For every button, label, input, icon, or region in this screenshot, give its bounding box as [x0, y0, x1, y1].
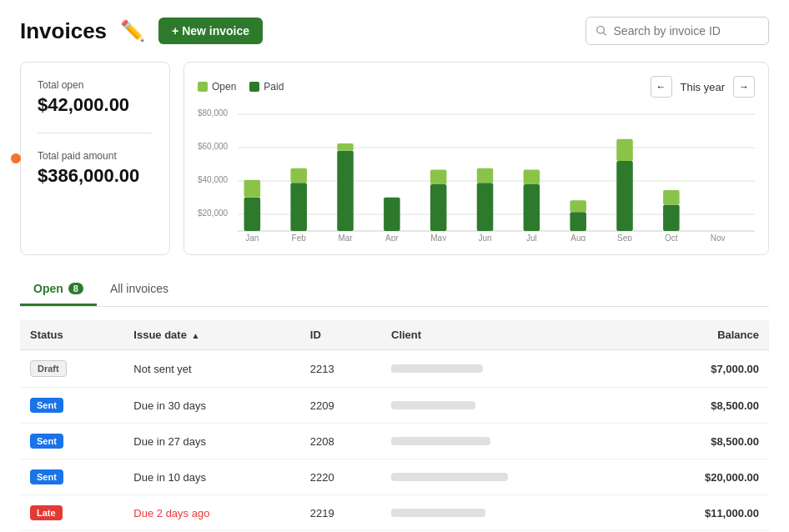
- svg-text:Jun: Jun: [478, 233, 491, 241]
- svg-text:May: May: [430, 233, 446, 241]
- cell-client: [381, 388, 632, 424]
- svg-rect-18: [337, 143, 354, 151]
- chart-year-label: This year: [676, 81, 730, 93]
- cell-balance: $7,000.00: [632, 350, 769, 388]
- svg-rect-14: [290, 183, 307, 231]
- issue-note: Due in 27 days: [133, 435, 206, 448]
- invoices-page: Invoices ✏️ + New invoice Total open $42…: [0, 0, 789, 532]
- search-icon: [596, 25, 607, 37]
- col-client: Client: [381, 320, 632, 350]
- chart-area: $80,000 $60,000 $40,000 $20,000 JanFebMa…: [198, 108, 755, 241]
- table-row[interactable]: Sent Due in 30 days 2209 $8,500.00: [20, 388, 769, 424]
- cell-issue-date: Due in 30 days: [123, 388, 299, 424]
- svg-line-1: [603, 33, 606, 35]
- svg-rect-17: [337, 151, 354, 231]
- legend-open-dot: [198, 82, 208, 92]
- svg-rect-31: [570, 212, 586, 231]
- new-invoice-button[interactable]: + New invoice: [158, 18, 263, 44]
- cell-status: Late: [20, 495, 123, 531]
- legend-paid-label: Paid: [264, 81, 284, 93]
- invoices-table: Status Issue date ▲ ID Client Balance Dr…: [20, 320, 769, 531]
- cell-issue-date: Not sent yet: [123, 350, 299, 388]
- total-open-label: Total open: [38, 79, 153, 91]
- svg-text:$40,000: $40,000: [198, 175, 229, 184]
- tab-all-invoices-label: All invoices: [110, 282, 168, 295]
- svg-rect-23: [430, 170, 447, 185]
- cell-id: 2220: [300, 459, 381, 495]
- svg-rect-20: [384, 198, 400, 231]
- page-title: Invoices: [20, 18, 107, 44]
- legend-open-label: Open: [212, 81, 236, 93]
- total-paid-value: $386,000.00: [38, 165, 153, 187]
- cell-id: 2219: [300, 495, 381, 531]
- svg-text:Aug: Aug: [570, 233, 585, 241]
- legend-open: Open: [198, 81, 236, 93]
- issue-note: Due 2 days ago: [133, 507, 209, 519]
- table-row[interactable]: Late Due 2 days ago 2219 $11,000.00: [20, 495, 769, 531]
- chart-prev-button[interactable]: ←: [651, 76, 672, 98]
- issue-note: Due in 10 days: [133, 471, 206, 484]
- cell-id: 2209: [300, 388, 381, 424]
- tab-open[interactable]: Open 8: [20, 275, 97, 306]
- svg-rect-25: [477, 183, 494, 231]
- total-open-value: $42,000.00: [38, 94, 153, 116]
- svg-rect-26: [477, 168, 494, 183]
- svg-text:Feb: Feb: [292, 233, 307, 241]
- invoices-table-container: Status Issue date ▲ ID Client Balance Dr…: [20, 320, 769, 531]
- total-paid-stat: Total paid amount $386,000.00: [38, 150, 153, 187]
- stats-chart-row: Total open $42,000.00 Total paid amount …: [20, 62, 769, 255]
- chart-next-button[interactable]: →: [733, 76, 755, 98]
- cell-client: [381, 459, 632, 495]
- table-header-row: Status Issue date ▲ ID Client Balance: [20, 320, 769, 350]
- cell-issue-date: Due 2 days ago: [123, 495, 299, 531]
- total-paid-label: Total paid amount: [38, 150, 153, 162]
- client-placeholder: [391, 401, 475, 409]
- bar-chart: $80,000 $60,000 $40,000 $20,000 JanFebMa…: [198, 108, 755, 241]
- svg-text:Jul: Jul: [526, 233, 537, 241]
- svg-rect-29: [524, 170, 540, 185]
- header-left: Invoices ✏️ + New invoice: [20, 18, 263, 44]
- svg-rect-28: [524, 184, 540, 231]
- svg-rect-37: [663, 205, 680, 232]
- col-id: ID: [300, 320, 381, 350]
- svg-text:$60,000: $60,000: [198, 142, 229, 151]
- table-row[interactable]: Draft Not sent yet 2213 $7,000.00: [20, 350, 769, 388]
- cell-balance: $8,500.00: [632, 424, 769, 459]
- svg-text:Sep: Sep: [617, 233, 632, 241]
- search-box[interactable]: [585, 17, 769, 45]
- cell-client: [381, 495, 632, 531]
- status-badge: Draft: [30, 360, 67, 377]
- cell-status: Sent: [20, 424, 123, 459]
- svg-rect-22: [430, 184, 447, 231]
- col-balance: Balance: [632, 320, 769, 350]
- page-header: Invoices ✏️ + New invoice: [20, 17, 769, 45]
- client-placeholder: [391, 473, 508, 481]
- legend-paid-dot: [249, 82, 259, 92]
- table-body: Draft Not sent yet 2213 $7,000.00 Sent D…: [20, 350, 769, 531]
- col-status: Status: [20, 320, 123, 350]
- issue-note: Due in 30 days: [133, 399, 206, 412]
- tab-open-label: Open: [33, 282, 63, 295]
- tab-all-invoices[interactable]: All invoices: [97, 275, 182, 306]
- cell-id: 2208: [300, 424, 381, 459]
- sort-icon: ▲: [192, 331, 200, 340]
- chart-panel: Open Paid ← This year → $80,000: [183, 62, 769, 255]
- table-row[interactable]: Sent Due in 10 days 2220 $20,000.00: [20, 459, 769, 495]
- tab-open-badge: 8: [68, 283, 83, 294]
- svg-rect-11: [244, 198, 261, 231]
- cell-status: Sent: [20, 459, 123, 495]
- col-issue-date[interactable]: Issue date ▲: [123, 320, 299, 350]
- cell-balance: $11,000.00: [632, 495, 769, 531]
- search-input[interactable]: [614, 24, 758, 38]
- svg-rect-34: [616, 161, 633, 231]
- svg-text:Nov: Nov: [711, 233, 726, 241]
- status-badge: Sent: [30, 398, 63, 413]
- svg-rect-35: [616, 139, 633, 161]
- table-row[interactable]: Sent Due in 27 days 2208 $8,500.00: [20, 424, 769, 459]
- tabs: Open 8 All invoices: [20, 275, 769, 307]
- total-open-stat: Total open $42,000.00: [38, 79, 153, 116]
- chart-nav: ← This year →: [651, 76, 755, 98]
- svg-text:Mar: Mar: [338, 233, 353, 241]
- stats-panel: Total open $42,000.00 Total paid amount …: [20, 62, 170, 255]
- status-badge: Sent: [30, 469, 63, 484]
